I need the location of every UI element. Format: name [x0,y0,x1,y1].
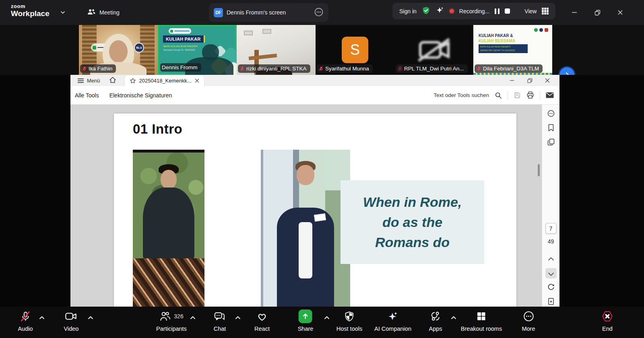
page-number-input[interactable]: 7 [545,223,556,234]
participants-button[interactable]: 326 Participants [156,310,187,332]
overlay-subtitle: MATA KULIAH BUDI PEKERTI [163,45,198,47]
muted-mic-icon [239,66,245,71]
pdf-document-title: 20250418_Kemenkk... [139,78,192,84]
logo-workplace: Workplace [11,10,50,17]
breakout-rooms-label: Breakout rooms [461,326,502,332]
sign-in-button[interactable]: Sign in [399,8,417,14]
window-close-button[interactable] [611,5,629,20]
share-options-caret[interactable] [324,314,330,321]
pdf-minimize-button[interactable] [503,75,521,86]
next-page-chevron-down-icon[interactable] [548,270,554,278]
search-icon[interactable] [495,92,502,99]
photo-traditional-attire [133,150,204,307]
quote-line: do as the [382,212,442,232]
bookmark-icon[interactable] [548,124,554,133]
app-titlebar: zoom Workplace Meeting DF Dennis Fromm's… [0,0,644,25]
tab-dennis-screen[interactable]: DF Dennis Fromm's screen [209,3,328,22]
ai-companion-button[interactable]: AI Companion [374,310,411,332]
all-tools-button[interactable]: Alle Tools [75,92,99,99]
heart-icon [256,311,268,322]
blu-logo: BLU [134,43,144,53]
participants-icon [159,311,171,322]
audio-options-caret[interactable] [39,314,45,321]
meeting-people-icon [87,8,96,17]
breakout-rooms-button[interactable]: Breakout rooms [461,310,502,332]
pdf-page: 01 Intro When in Rome, do a [114,113,516,307]
close-tab-icon[interactable] [195,78,199,83]
react-label: React [254,326,270,332]
quote-line: Romans do [375,232,450,252]
chat-label: Chat [214,326,226,332]
end-label: End [602,326,613,332]
view-button-label[interactable]: View [524,8,537,14]
more-label: More [522,326,535,332]
apps-icon [430,311,441,322]
pdf-viewer-window: Menü 20250418_Kemenkk... Alle Tools [70,75,559,307]
tab-options-ellipsis-icon[interactable] [314,7,324,18]
participants-options-caret[interactable] [190,314,196,321]
view-grid-icon[interactable] [542,8,549,14]
rotate-refresh-icon[interactable] [547,283,555,293]
previous-page-chevron-up-icon[interactable] [548,255,554,262]
e-signatures-button[interactable]: Elektronische Signaturen [109,92,172,99]
print-icon[interactable] [526,91,534,99]
video-button[interactable]: Video [64,310,79,332]
page-view-icon[interactable] [548,298,554,307]
participant-name-tag: RPL TLM_Dwi Putri An... [396,64,468,73]
zoom-workplace-logo: zoom Workplace [11,4,50,17]
pdf-restore-button[interactable] [521,75,539,86]
muted-mic-icon [82,66,87,71]
security-shield-icon[interactable] [422,6,430,16]
ai-sparkle-icon[interactable] [436,6,444,16]
pause-recording-button[interactable] [495,8,500,14]
pdf-document-tab[interactable]: 20250418_Kemenkk... [124,75,204,86]
window-restore-button[interactable] [588,5,606,20]
participant-tile-dwi[interactable]: RPL TLM_Dwi Putri An... [394,25,473,75]
meeting-controls-toolbar: Audio Video 326 Participants Chat React [0,307,644,338]
camera-icon [65,311,77,321]
copy-pages-icon[interactable] [547,138,555,148]
stop-recording-button[interactable] [505,8,510,14]
pdf-content-area: 01 Intro When in Rome, do a [70,105,542,307]
share-button[interactable]: Share [298,310,314,332]
avatar: S [342,37,368,63]
apps-label: Apps [429,326,442,332]
quote-box: When in Rome, do as the Romans do [341,180,484,264]
save-icon[interactable] [514,92,521,99]
host-tools-label: Host tools [336,326,362,332]
share-icon [299,309,312,323]
window-minimize-button[interactable] [566,5,583,20]
search-label[interactable]: Text oder Tools suchen [433,92,489,98]
participants-count: 326 [174,313,183,319]
institution-logos [534,28,548,32]
comments-icon[interactable] [547,109,555,119]
participant-tile-ika[interactable]: BLU Ika Fathin [79,25,158,75]
end-meeting-button[interactable]: End [601,310,613,332]
participant-tile-dila[interactable]: KULIAH PAKAR & KULIAH BERSAMA MATA KULIA… [473,25,552,75]
avatar: DF [214,8,223,17]
participant-name-tag: Dila Febriani_D3A TLM [475,64,543,73]
apps-button[interactable]: Apps [429,310,442,332]
pdf-menu-button[interactable]: Menü [77,78,100,84]
hamburger-icon [77,78,84,83]
participant-name-tag: Syarifathul Munna [317,64,373,73]
participant-tile-dennis[interactable]: KULIAH PAKAR MATA KULIAH BUDI PEKERTI Se… [158,25,237,75]
pdf-scrollbar-thumb[interactable] [538,164,540,176]
more-button[interactable]: More [522,310,535,332]
apps-options-caret[interactable] [451,314,456,321]
pdf-titlebar: Menü 20250418_Kemenkk... [70,75,559,86]
pdf-close-button[interactable] [539,75,556,86]
chat-button[interactable]: Chat [214,310,226,332]
participant-tile-syarifathul[interactable]: S Syarifathul Munna [316,25,394,75]
workspace-chevron-down-icon[interactable] [60,9,66,17]
email-icon[interactable] [546,92,554,98]
video-options-caret[interactable] [88,314,93,321]
ai-companion-sparkle-icon [387,311,398,322]
tab-meeting[interactable]: Meeting [82,4,124,21]
audio-button[interactable]: Audio [18,310,33,332]
participant-tile-rizki[interactable]: rizki diniyanti_RPL STKA [237,25,316,75]
home-icon[interactable] [109,76,116,85]
chat-options-caret[interactable] [235,314,241,321]
host-tools-button[interactable]: Host tools [336,310,362,332]
react-button[interactable]: React [254,310,270,332]
